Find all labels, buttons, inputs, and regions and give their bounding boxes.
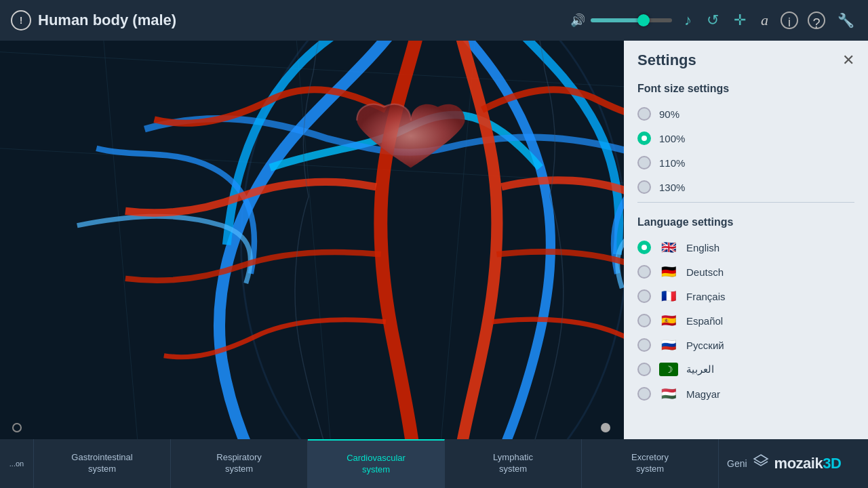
lang-label-ar: العربية — [686, 363, 714, 375]
lang-option-en[interactable]: 🇬🇧 English — [624, 235, 868, 260]
language-section-title: Language settings — [624, 211, 868, 235]
mozaik-logo: mozaik3D — [774, 455, 842, 472]
radio-90 — [637, 107, 651, 121]
radio-de — [637, 265, 651, 279]
flag-ar: ☽ — [659, 363, 678, 376]
header-controls: 🔊 ♪ ↺ ✛ a i ? 🔧 — [570, 9, 857, 32]
radio-ru — [637, 338, 651, 352]
font-option-130[interactable]: 130% — [624, 175, 868, 199]
settings-title: Settings — [637, 52, 696, 69]
info-button[interactable]: i — [781, 12, 798, 29]
flag-de: 🇩🇪 — [659, 265, 678, 279]
indicator-dot-right — [601, 423, 610, 432]
nav-item-cardiovascular[interactable]: Cardiovascularsystem — [308, 439, 445, 488]
font-option-110[interactable]: 110% — [624, 150, 868, 175]
font-label-100: 100% — [659, 133, 685, 144]
lang-label-de: Deutsch — [686, 266, 724, 278]
flag-en: 🇬🇧 — [659, 241, 678, 254]
radio-en — [637, 241, 651, 254]
app-header: ! Human body (male) 🔊 ♪ ↺ ✛ a i ? 🔧 — [0, 0, 868, 41]
app-icon: ! — [11, 10, 31, 30]
font-label-110: 110% — [659, 157, 685, 169]
font-size-section-title: Font size settings — [624, 77, 868, 102]
volume-control[interactable]: 🔊 — [570, 13, 672, 28]
radio-100-inner — [642, 136, 647, 141]
wrench-button[interactable]: 🔧 — [835, 9, 857, 31]
flag-ru: 🇷🇺 — [659, 338, 678, 352]
nav-item-excretory[interactable]: Excretorysystem — [582, 439, 719, 488]
move-button[interactable]: ✛ — [731, 9, 749, 32]
mozaik-3d-suffix: 3D — [823, 455, 841, 472]
radio-es — [637, 314, 651, 327]
settings-close-button[interactable]: ✕ — [842, 53, 854, 68]
lang-label-hu: Magyar — [686, 388, 720, 400]
radio-en-inner — [642, 245, 647, 250]
header-left: ! Human body (male) — [11, 10, 570, 30]
volume-icon: 🔊 — [570, 13, 585, 28]
radio-fr — [637, 289, 651, 303]
music-button[interactable]: ♪ — [682, 9, 694, 32]
settings-divider — [637, 202, 854, 203]
lang-label-en: English — [686, 242, 719, 253]
help-button[interactable]: ? — [808, 12, 825, 29]
lang-option-de[interactable]: 🇩🇪 Deutsch — [624, 260, 868, 284]
radio-130 — [637, 180, 651, 194]
geni-text: Geni — [727, 458, 747, 469]
nav-item-respiratory[interactable]: Respiratorysystem — [171, 439, 308, 488]
nav-label-cardiovascular: Cardiovascularsystem — [347, 453, 406, 476]
font-option-100[interactable]: 100% — [624, 126, 868, 150]
volume-slider[interactable] — [591, 18, 672, 22]
bottom-navigation: ...on Gastrointestinalsystem Respiratory… — [0, 439, 868, 488]
lang-option-hu[interactable]: 🇭🇺 Magyar — [624, 382, 868, 406]
lang-option-ar[interactable]: ☽ العربية — [624, 357, 868, 382]
flag-fr: 🇫🇷 — [659, 289, 678, 303]
lang-label-ru: Русский — [686, 340, 724, 351]
nav-right-area: Geni mozaik3D — [719, 439, 868, 488]
app-title: Human body (male) — [38, 12, 176, 29]
nav-label-lymphatic: Lymphaticsystem — [493, 452, 533, 475]
app-icon-symbol: ! — [20, 15, 23, 26]
lang-option-es[interactable]: 🇪🇸 Español — [624, 308, 868, 333]
lang-label-fr: Français — [686, 291, 726, 302]
nav-item-lymphatic[interactable]: Lymphaticsystem — [445, 439, 582, 488]
svg-marker-8 — [754, 455, 768, 463]
font-label-130: 130% — [659, 182, 685, 193]
font-label-90: 90% — [659, 108, 679, 120]
flag-es: 🇪🇸 — [659, 314, 678, 327]
nav-item-gastrointestinal[interactable]: Gastrointestinalsystem — [34, 439, 171, 488]
radio-110 — [637, 156, 651, 169]
lang-label-es: Español — [686, 315, 723, 327]
volume-knob — [637, 14, 650, 26]
lang-option-fr[interactable]: 🇫🇷 Français — [624, 284, 868, 308]
radio-ar — [637, 363, 651, 376]
radio-hu — [637, 387, 651, 401]
font-option-90[interactable]: 90% — [624, 102, 868, 126]
font-button[interactable]: a — [758, 9, 771, 32]
lang-option-ru[interactable]: 🇷🇺 Русский — [624, 333, 868, 357]
settings-panel: Settings ✕ Font size settings 90% 100% 1… — [624, 41, 868, 439]
settings-header: Settings ✕ — [624, 41, 868, 77]
flag-hu: 🇭🇺 — [659, 387, 678, 401]
nav-label-excretory: Excretorysystem — [631, 452, 669, 475]
layers-icon[interactable] — [753, 453, 769, 474]
refresh-button[interactable]: ↺ — [704, 9, 722, 32]
radio-100 — [637, 131, 651, 145]
nav-label-gastrointestinal: Gastrointestinalsystem — [71, 452, 132, 475]
nav-item-partial[interactable]: ...on — [0, 439, 34, 488]
nav-label-respiratory: Respiratorysystem — [216, 452, 261, 475]
indicator-dot-left — [12, 423, 22, 432]
